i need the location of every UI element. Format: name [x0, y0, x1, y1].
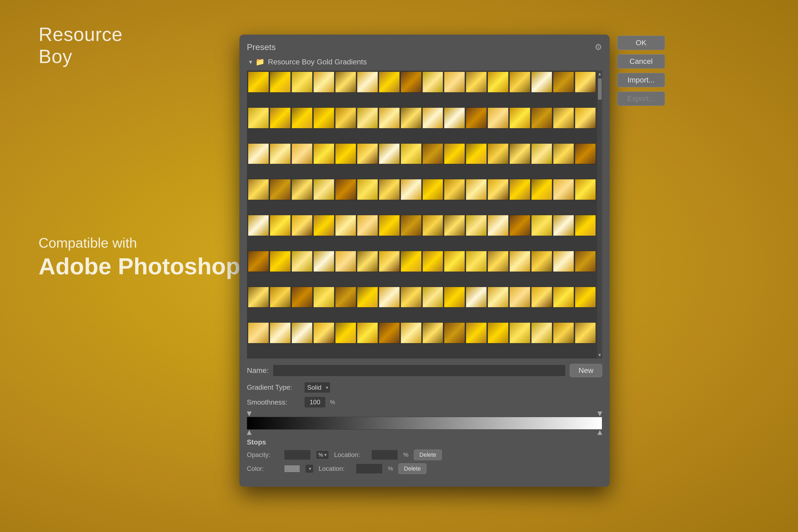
color-swatch[interactable]	[284, 465, 300, 472]
scroll-up-arrow[interactable]: ▲	[597, 71, 602, 77]
gradient-cell[interactable]	[575, 251, 596, 272]
gradient-cell[interactable]	[401, 144, 422, 165]
gradient-cell[interactable]	[553, 215, 574, 236]
gradient-cell[interactable]	[488, 287, 509, 308]
gradient-cell[interactable]	[488, 179, 509, 200]
gradient-cell[interactable]	[335, 72, 356, 93]
gradient-cell[interactable]	[248, 72, 269, 93]
gradient-cell[interactable]	[335, 179, 356, 200]
gradient-cell[interactable]	[488, 72, 509, 93]
gradient-cell[interactable]	[314, 144, 334, 165]
gradient-cell[interactable]	[531, 144, 552, 165]
gradient-cell[interactable]	[422, 144, 443, 165]
gradient-cell[interactable]	[575, 144, 596, 165]
gradient-cell[interactable]	[291, 144, 312, 165]
gradient-cell[interactable]	[575, 179, 596, 200]
gradient-cell[interactable]	[291, 179, 312, 200]
gradient-cell[interactable]	[357, 322, 378, 343]
gradient-cell[interactable]	[509, 108, 530, 129]
gradient-cell[interactable]	[466, 144, 487, 165]
export-button[interactable]: Export...	[617, 92, 665, 106]
gradient-cell[interactable]	[248, 179, 269, 200]
gradient-cell[interactable]	[357, 251, 378, 272]
gradient-cell[interactable]	[270, 251, 291, 272]
gradient-cell[interactable]	[509, 179, 530, 200]
gradient-cell[interactable]	[553, 144, 574, 165]
gradient-cell[interactable]	[248, 251, 269, 272]
gradient-cell[interactable]	[466, 72, 487, 93]
gradient-cell[interactable]	[466, 179, 487, 200]
gradient-cell[interactable]	[466, 215, 487, 236]
gradient-cell[interactable]	[314, 251, 334, 272]
gradient-cell[interactable]	[248, 215, 269, 236]
gradient-cell[interactable]	[314, 287, 334, 308]
color-mode-select[interactable]	[305, 464, 314, 473]
gradient-cell[interactable]	[444, 251, 465, 272]
gradient-cell[interactable]	[401, 322, 422, 343]
gradient-cell[interactable]	[335, 287, 356, 308]
gradient-cell[interactable]	[444, 179, 465, 200]
scrollbar[interactable]: ▲ ▼	[597, 71, 602, 359]
gradient-cell[interactable]	[466, 108, 487, 129]
gradient-cell[interactable]	[401, 179, 422, 200]
gradient-cell[interactable]	[379, 72, 400, 93]
gradient-cell[interactable]	[422, 322, 443, 343]
gradient-cell[interactable]	[531, 72, 552, 93]
opacity-input[interactable]	[284, 450, 311, 460]
gradient-cell[interactable]	[422, 72, 443, 93]
gradient-cell[interactable]	[553, 72, 574, 93]
gradient-cell[interactable]	[575, 322, 596, 343]
gradient-cell[interactable]	[401, 251, 422, 272]
gradient-cell[interactable]	[291, 108, 312, 129]
gradient-cell[interactable]	[531, 322, 552, 343]
gradient-cell[interactable]	[509, 215, 530, 236]
scroll-down-arrow[interactable]: ▼	[597, 352, 602, 359]
gradient-cell[interactable]	[466, 322, 487, 343]
gradient-cell[interactable]	[553, 322, 574, 343]
gradient-cell[interactable]	[401, 287, 422, 308]
gradient-cell[interactable]	[270, 322, 291, 343]
gradient-cell[interactable]	[488, 108, 509, 129]
gradient-cell[interactable]	[553, 108, 574, 129]
gradient-cell[interactable]	[314, 72, 334, 93]
gradient-cell[interactable]	[379, 251, 400, 272]
gradient-cell[interactable]	[509, 251, 530, 272]
gradient-cell[interactable]	[291, 251, 312, 272]
gradient-cell[interactable]	[248, 287, 269, 308]
gradient-cell[interactable]	[314, 215, 334, 236]
gradient-bar[interactable]	[247, 417, 602, 430]
gradient-handle-top-left[interactable]	[247, 412, 252, 416]
gradient-cell[interactable]	[401, 215, 422, 236]
gradient-cell[interactable]	[379, 322, 400, 343]
gradient-type-select[interactable]: Solid Noise	[304, 382, 330, 393]
gradient-cell[interactable]	[357, 215, 378, 236]
gradient-cell[interactable]	[379, 144, 400, 165]
gradient-cell[interactable]	[531, 108, 552, 129]
gradient-cell[interactable]	[270, 108, 291, 129]
gradient-cell[interactable]	[270, 179, 291, 200]
gradient-cell[interactable]	[531, 215, 552, 236]
gradient-cell[interactable]	[335, 108, 356, 129]
gradient-cell[interactable]	[553, 251, 574, 272]
gradient-cell[interactable]	[401, 108, 422, 129]
gradient-cell[interactable]	[531, 287, 552, 308]
gradient-cell[interactable]	[553, 179, 574, 200]
scroll-thumb[interactable]	[598, 78, 602, 100]
cancel-button[interactable]: Cancel	[617, 54, 665, 69]
gradient-handle-bottom-right[interactable]	[597, 430, 602, 435]
gradient-cell[interactable]	[379, 179, 400, 200]
gradient-cell[interactable]	[575, 215, 596, 236]
ok-button[interactable]: OK	[617, 36, 665, 50]
gradient-cell[interactable]	[531, 179, 552, 200]
gradient-cell[interactable]	[270, 72, 291, 93]
gradient-cell[interactable]	[444, 72, 465, 93]
gradient-cell[interactable]	[291, 215, 312, 236]
gradient-cell[interactable]	[314, 322, 334, 343]
gradient-cell[interactable]	[422, 215, 443, 236]
gradient-cell[interactable]	[444, 108, 465, 129]
gradient-cell[interactable]	[335, 251, 356, 272]
gradient-cell[interactable]	[357, 72, 378, 93]
name-input[interactable]	[273, 365, 566, 376]
gradient-cell[interactable]	[401, 72, 422, 93]
gradient-cell[interactable]	[488, 215, 509, 236]
